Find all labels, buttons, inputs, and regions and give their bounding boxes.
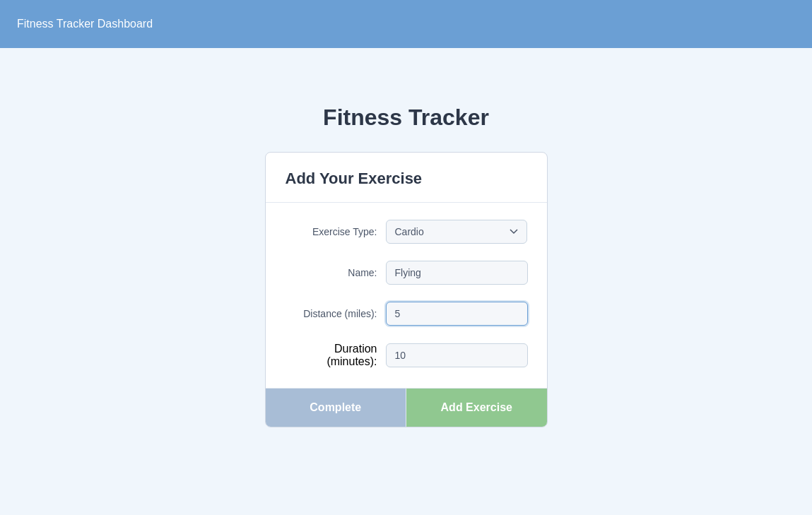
duration-row: Duration (minutes):: [286, 343, 527, 368]
duration-label-line2: (minutes):: [326, 355, 377, 368]
app-header: Fitness Tracker Dashboard: [0, 0, 812, 48]
form-footer: Complete Add Exercise: [266, 388, 547, 427]
distance-input[interactable]: [386, 302, 528, 326]
duration-label-container: Duration (minutes):: [286, 343, 377, 368]
exercise-type-select[interactable]: Cardio Strength Flexibility Balance: [386, 220, 527, 244]
add-exercise-button[interactable]: Add Exercise: [406, 389, 547, 427]
duration-input[interactable]: [386, 343, 528, 367]
distance-row: Distance (miles):: [286, 302, 527, 326]
distance-label: Distance (miles):: [286, 308, 377, 319]
name-row: Name:: [286, 261, 527, 285]
name-input[interactable]: [386, 261, 528, 285]
duration-label-line1: Duration: [334, 343, 377, 355]
exercise-type-label: Exercise Type:: [286, 226, 377, 237]
name-label: Name:: [286, 267, 377, 278]
form-header: Add Your Exercise: [266, 153, 547, 203]
app-title: Fitness Tracker Dashboard: [17, 18, 153, 30]
page-content: Fitness Tracker Add Your Exercise Exerci…: [0, 48, 812, 427]
exercise-type-row: Exercise Type: Cardio Strength Flexibili…: [286, 220, 527, 244]
form-heading: Add Your Exercise: [286, 170, 527, 188]
form-body: Exercise Type: Cardio Strength Flexibili…: [266, 203, 547, 388]
page-title: Fitness Tracker: [323, 105, 489, 131]
exercise-form-card: Add Your Exercise Exercise Type: Cardio …: [265, 152, 548, 427]
complete-button[interactable]: Complete: [266, 389, 407, 427]
